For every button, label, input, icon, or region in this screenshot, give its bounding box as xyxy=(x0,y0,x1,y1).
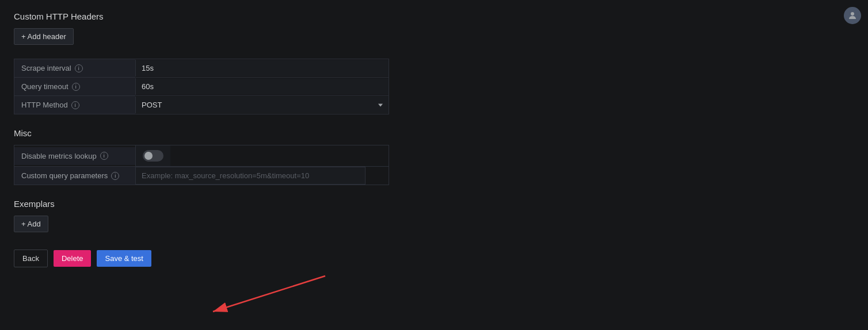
scrape-interval-row: Scrape interval i xyxy=(14,59,389,78)
toggle-slider xyxy=(143,150,163,162)
delete-button[interactable]: Delete xyxy=(54,250,92,267)
custom-query-params-info-icon[interactable]: i xyxy=(111,172,119,180)
misc-title: Misc xyxy=(14,128,389,138)
svg-line-1 xyxy=(213,276,325,312)
scrape-interval-info-icon[interactable]: i xyxy=(75,64,83,72)
custom-query-params-label-cell: Custom query parameters i xyxy=(14,167,135,185)
custom-query-params-row: Custom query parameters i xyxy=(14,167,389,185)
http-method-select-wrapper: GET POST PUT xyxy=(135,97,389,113)
disable-metrics-info-icon[interactable]: i xyxy=(100,152,108,160)
disable-metrics-label-cell: Disable metrics lookup i xyxy=(14,147,135,165)
svg-point-2 xyxy=(851,12,854,16)
custom-query-params-label: Custom query parameters xyxy=(21,171,108,180)
add-header-button[interactable]: + Add header xyxy=(14,28,74,45)
custom-query-params-input[interactable] xyxy=(135,167,366,185)
exemplars-title: Exemplars xyxy=(14,199,389,209)
query-timeout-row: Query timeout i xyxy=(14,78,389,96)
scrape-interval-input[interactable] xyxy=(135,60,389,76)
disable-metrics-lookup-row: Disable metrics lookup i xyxy=(14,145,389,167)
http-method-info-icon[interactable]: i xyxy=(71,101,79,109)
query-timeout-label-cell: Query timeout i xyxy=(14,78,135,95)
disable-metrics-label: Disable metrics lookup xyxy=(21,152,97,160)
scrape-interval-label-cell: Scrape interval i xyxy=(14,59,135,77)
back-button[interactable]: Back xyxy=(14,250,48,267)
http-method-label: HTTP Method xyxy=(21,101,68,109)
disable-metrics-toggle[interactable] xyxy=(143,150,163,162)
query-timeout-info-icon[interactable]: i xyxy=(72,83,80,91)
bottom-buttons: Back Delete Save & test xyxy=(14,250,389,267)
query-timeout-label: Query timeout xyxy=(21,82,68,91)
http-method-label-cell: HTTP Method i xyxy=(14,96,135,114)
custom-http-headers-title: Custom HTTP Headers xyxy=(14,11,389,21)
query-timeout-input[interactable] xyxy=(135,78,389,95)
save-test-button[interactable]: Save & test xyxy=(97,250,151,267)
form-section: Scrape interval i Query timeout i HTTP M… xyxy=(14,59,389,114)
http-method-row: HTTP Method i GET POST PUT xyxy=(14,96,389,114)
add-exemplar-button[interactable]: + Add xyxy=(14,216,48,232)
avatar[interactable] xyxy=(844,7,861,24)
http-method-select[interactable]: GET POST PUT xyxy=(135,97,389,113)
scrape-interval-label: Scrape interval xyxy=(21,64,71,72)
